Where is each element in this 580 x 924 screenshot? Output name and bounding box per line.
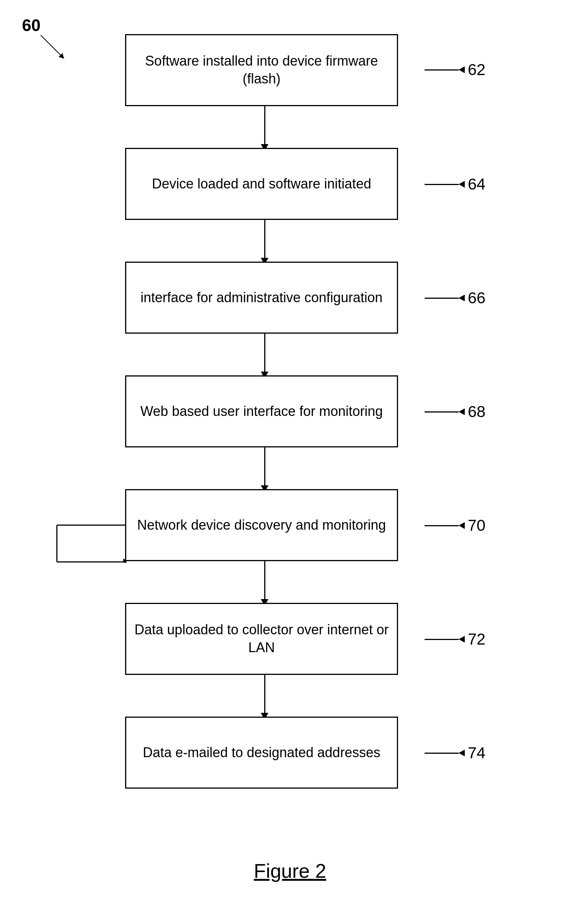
down-arrow-2 [261, 220, 269, 265]
box-70: Network device discovery and monitoring [125, 489, 398, 561]
ref-64-line [425, 184, 459, 185]
box-62: Software installed into device firmware … [125, 34, 398, 106]
figure-caption: Figure 2 [254, 860, 326, 882]
ref-62-arrowhead [459, 66, 465, 73]
ref-70-line [425, 525, 459, 526]
box-74-text: Data e-mailed to designated addresses [143, 744, 380, 762]
ref-68-number: 68 [468, 403, 486, 421]
arrow-line-5 [264, 561, 265, 599]
box-66-text: interface for administrative configurati… [141, 289, 382, 307]
ref-70-number: 70 [468, 516, 486, 535]
down-arrow-3 [261, 334, 269, 379]
box-68: Web based user interface for monitoring [125, 376, 398, 447]
box-64: Device loaded and software initiated [125, 148, 398, 220]
feedback-arrowhead [123, 558, 127, 563]
ref-62: 62 [425, 61, 486, 79]
ref-74-line [425, 753, 459, 754]
label-number: 60 [22, 16, 41, 35]
feedback-loop-svg [49, 489, 127, 563]
ref-72: 72 [425, 630, 486, 648]
box-68-text: Web based user interface for monitoring [140, 403, 383, 420]
box-72: Data uploaded to collector over internet… [125, 603, 398, 675]
ref-62-line [425, 69, 459, 71]
ref-66-line [425, 298, 459, 299]
ref-70: 70 [425, 516, 486, 535]
ref-68-line [425, 412, 459, 412]
ref-64: 64 [425, 175, 486, 193]
down-arrow-6 [261, 675, 269, 720]
ref-66: 66 [425, 289, 486, 307]
box-62-text: Software installed into device firmware … [134, 52, 389, 88]
ref-68-arrowhead [459, 408, 465, 415]
arrow-line-1 [264, 106, 265, 144]
arrow-line-2 [264, 220, 265, 258]
diagonal-arrow [41, 35, 63, 57]
ref-72-number: 72 [468, 630, 486, 648]
ref-70-arrowhead [459, 522, 465, 529]
ref-72-line [425, 639, 459, 640]
down-arrow-1 [261, 106, 269, 151]
ref-62-number: 62 [468, 61, 486, 79]
box-72-text: Data uploaded to collector over internet… [134, 621, 389, 657]
figure-caption-text: Figure 2 [254, 860, 326, 882]
ref-66-arrowhead [459, 295, 465, 301]
ref-66-number: 66 [468, 289, 486, 307]
down-arrow-5 [261, 561, 269, 606]
ref-68: 68 [425, 403, 486, 421]
box-70-text: Network device discovery and monitoring [137, 516, 386, 534]
arrow-line-6 [264, 675, 265, 713]
box-74: Data e-mailed to designated addresses [125, 716, 398, 789]
ref-74-arrowhead [459, 749, 465, 756]
arrow-line-4 [264, 447, 265, 485]
arrow-line-3 [264, 334, 265, 372]
box-64-text: Device loaded and software initiated [152, 175, 371, 193]
ref-64-number: 64 [468, 175, 486, 193]
ref-72-arrowhead [459, 636, 465, 643]
ref-64-arrowhead [459, 181, 465, 188]
diagram-container: 60 Software installed into device firmwa… [0, 0, 580, 924]
ref-74-number: 74 [468, 744, 486, 762]
box-66: interface for administrative configurati… [125, 262, 398, 334]
ref-74: 74 [425, 744, 486, 762]
down-arrow-4 [261, 447, 269, 492]
